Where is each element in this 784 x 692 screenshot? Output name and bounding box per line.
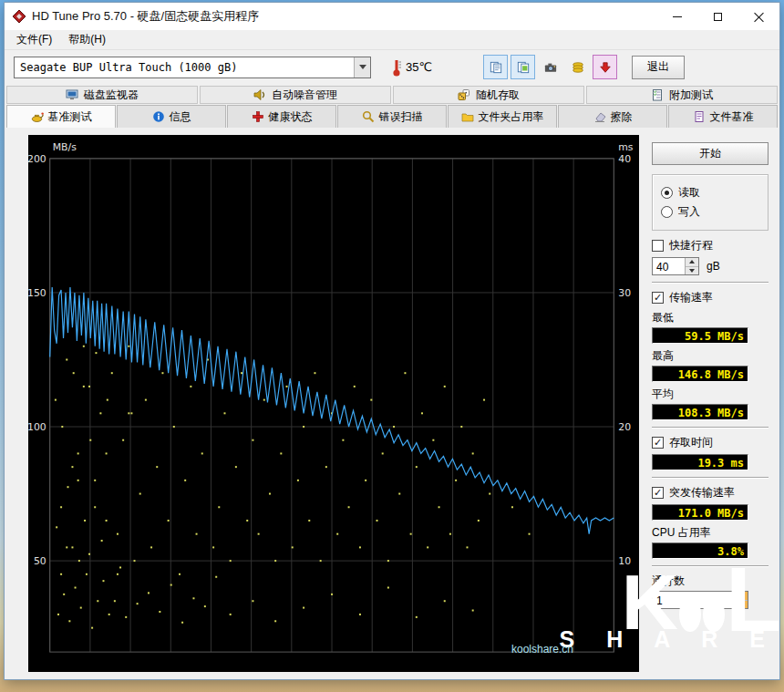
health-icon (252, 110, 264, 123)
tab-label: 错误扫描 (379, 109, 423, 125)
checkbox-unchecked-icon (652, 240, 664, 252)
temperature-value: 35℃ (406, 60, 432, 74)
download-results-button[interactable] (593, 55, 617, 79)
camera-icon (544, 61, 557, 74)
arrow-up-icon (689, 260, 695, 263)
download-arrow-icon (599, 61, 612, 74)
cpu-value: 3.8% (652, 542, 748, 559)
tab-info[interactable]: 信息 (117, 105, 226, 128)
radio-selected-icon (661, 187, 673, 199)
spin-down-button[interactable] (735, 600, 748, 609)
tab-erase[interactable]: 擦除 (558, 105, 667, 128)
drive-select-value: Seagate BUP Ultra Touch (1000 gB) (15, 57, 354, 77)
file-benchmark-icon (693, 110, 706, 123)
arrow-down-icon (738, 603, 744, 606)
tab-benchmark[interactable]: 基准测试 (6, 105, 116, 128)
spin-up-button[interactable] (735, 592, 748, 600)
svg-text:150: 150 (28, 287, 46, 299)
tab-row-secondary: 磁盘监视器 自动噪音管理 随机存取 附加 (5, 84, 779, 104)
tab-random-access[interactable]: 随机存取 (393, 86, 584, 104)
read-radio[interactable]: 读取 (661, 185, 759, 201)
svg-text:30: 30 (618, 287, 631, 299)
tab-row-primary: 基准测试 信息 健康状态 错误扫描 (5, 104, 779, 128)
short-stroke-spinner[interactable] (685, 258, 698, 274)
benchmark-icon (31, 110, 44, 123)
short-stroke-input[interactable]: 40 (652, 257, 699, 275)
cpu-label: CPU 占用率 (652, 525, 769, 541)
spin-down-button[interactable] (686, 266, 698, 275)
copy-text-button[interactable] (483, 55, 508, 79)
drive-select-dropdown-button[interactable] (354, 57, 370, 77)
pass-count-spinner[interactable] (734, 592, 748, 608)
menu-help[interactable]: 帮助(H) (60, 29, 114, 50)
radio-unselected-icon (661, 206, 673, 218)
tab-label: 信息 (170, 109, 191, 125)
min-value: 59.5 MB/s (652, 327, 748, 344)
minimize-button[interactable] (656, 3, 697, 30)
svg-text:40: 40 (618, 153, 631, 165)
thermometer-icon (391, 58, 402, 77)
copy-text-icon (490, 61, 502, 74)
pass-count-value: 1 (653, 592, 734, 608)
separator (652, 565, 769, 567)
svg-text:100: 100 (28, 421, 46, 433)
read-radio-label: 读取 (678, 185, 700, 201)
avg-value: 108.3 MB/s (652, 404, 748, 420)
max-value: 146.8 MB/s (652, 366, 748, 382)
tab-file-benchmark[interactable]: 文件基准 (668, 105, 778, 128)
tab-aam[interactable]: 自动噪音管理 (200, 86, 391, 104)
checkbox-checked-icon: ✓ (652, 487, 664, 499)
write-radio[interactable]: 写入 (661, 204, 759, 220)
error-scan-icon (362, 110, 375, 123)
menu-file[interactable]: 文件(F) (8, 29, 60, 50)
noise-icon (253, 88, 266, 101)
separator (652, 477, 769, 479)
maximize-button[interactable] (697, 3, 738, 30)
start-button[interactable]: 开始 (652, 142, 769, 165)
tab-health[interactable]: 健康状态 (227, 105, 336, 128)
access-time-value: 19.3 ms (652, 454, 748, 470)
transfer-rate-checkbox[interactable]: ✓ 传输速率 (652, 290, 769, 305)
tab-disk-monitor[interactable]: 磁盘监视器 (6, 86, 198, 104)
svg-text:MB/s: MB/s (53, 141, 77, 153)
minimize-icon (673, 16, 682, 17)
write-radio-label: 写入 (678, 204, 700, 220)
tab-label: 健康状态 (269, 109, 313, 125)
app-icon (12, 9, 26, 24)
pass-count-input[interactable]: 1 (652, 591, 748, 609)
title-bar[interactable]: HD Tune Pro 5.70 - 硬盘/固态硬盘实用程序 (5, 3, 779, 30)
svg-text:20: 20 (618, 421, 631, 433)
close-button[interactable] (738, 3, 779, 30)
svg-text:50: 50 (34, 555, 46, 567)
export-icon (572, 61, 584, 74)
info-icon (152, 110, 165, 123)
tab-label: 随机存取 (476, 88, 520, 103)
access-time-checkbox[interactable]: ✓ 存取时间 (652, 435, 769, 450)
short-stroke-row: 40 gB (652, 257, 769, 275)
drive-select[interactable]: Seagate BUP Ultra Touch (1000 gB) (14, 57, 371, 78)
toolbar: Seagate BUP Ultra Touch (1000 gB) 35℃ (5, 50, 779, 84)
max-label: 最高 (652, 348, 769, 364)
spin-up-button[interactable] (686, 258, 698, 266)
benchmark-content: 2001501005040302010MB/sms 开始 读取 写入 快捷行程 (5, 128, 779, 679)
tab-extra-tests[interactable]: 附加测试 (586, 86, 778, 104)
chevron-down-icon (359, 65, 366, 69)
svg-text:ms: ms (618, 141, 634, 153)
short-stroke-checkbox[interactable]: 快捷行程 (652, 238, 769, 253)
arrow-up-icon (738, 594, 744, 597)
tab-label: 文件基准 (710, 109, 754, 125)
tab-label: 擦除 (611, 109, 633, 125)
close-icon (754, 12, 764, 22)
disk-monitor-icon (66, 88, 78, 101)
min-label: 最低 (652, 310, 769, 325)
tab-error-scan[interactable]: 错误扫描 (337, 105, 447, 128)
burst-rate-label: 突发传输速率 (669, 485, 735, 501)
burst-rate-checkbox[interactable]: ✓ 突发传输速率 (652, 485, 769, 501)
exit-button[interactable]: 退出 (632, 56, 685, 79)
separator (652, 282, 769, 284)
copy-image-button[interactable] (511, 55, 535, 79)
benchmark-chart-svg: 2001501005040302010MB/sms (28, 135, 639, 672)
screenshot-button[interactable] (538, 55, 562, 79)
export-button[interactable] (565, 55, 590, 79)
tab-folder-usage[interactable]: 文件夹占用率 (448, 105, 557, 128)
